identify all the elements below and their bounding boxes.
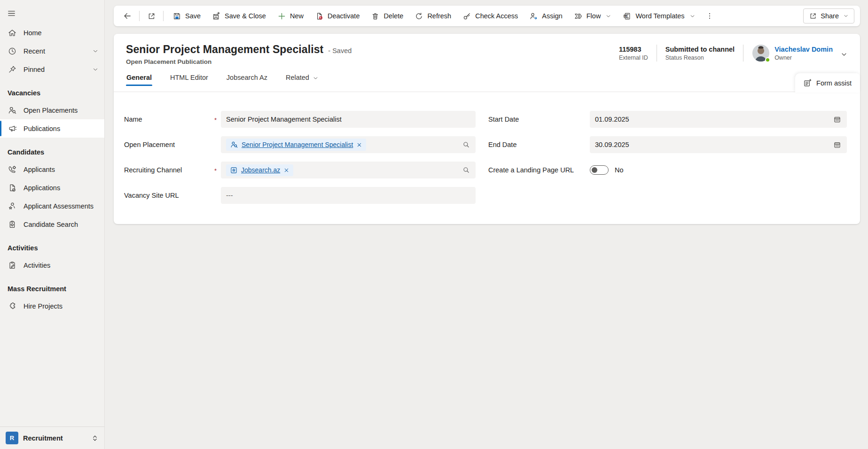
- field-row-name: Name * Senior Project Management Special…: [124, 111, 476, 128]
- sidebar-item-label: Home: [23, 29, 42, 37]
- sidebar-item-pinned[interactable]: Pinned: [0, 60, 104, 78]
- share-icon: [809, 12, 817, 20]
- sidebar-item-label: Pinned: [23, 66, 45, 73]
- nav-toggle-button[interactable]: [7, 7, 20, 20]
- name-value: Senior Project Management Specialist: [226, 116, 342, 123]
- open-placement-link[interactable]: Senior Project Management Specialist: [242, 141, 353, 148]
- chevron-down-icon[interactable]: [92, 66, 99, 73]
- share-button[interactable]: Share: [803, 8, 854, 23]
- toggle-knob: [592, 167, 597, 173]
- field-label: Start Date: [488, 116, 590, 123]
- owner-avatar: [752, 44, 770, 62]
- person-star-icon: [8, 201, 17, 211]
- tab-general[interactable]: General: [126, 71, 152, 92]
- record-form-card: Senior Project Management Specialist - S…: [114, 34, 860, 224]
- tab-related[interactable]: Related: [285, 71, 319, 92]
- back-arrow-icon: [123, 11, 132, 21]
- assign-person-icon: [529, 12, 538, 21]
- new-button[interactable]: New: [272, 8, 309, 24]
- refresh-icon: [414, 12, 423, 21]
- tab-label: General: [126, 74, 152, 81]
- header-expand-chevron-icon[interactable]: [840, 51, 848, 58]
- sidebar-item-label: Recent: [23, 47, 45, 55]
- flow-button[interactable]: Flow: [569, 8, 617, 24]
- field-row-start-date: Start Date 01.09.2025: [488, 111, 847, 128]
- status-reason-label: Status Reason: [665, 54, 735, 61]
- start-date-value: 01.09.2025: [595, 116, 629, 123]
- form-assist-button[interactable]: Form assist: [795, 73, 860, 93]
- remove-value-icon[interactable]: [356, 142, 362, 148]
- assign-button[interactable]: Assign: [524, 8, 568, 24]
- end-date-input[interactable]: 30.09.2025: [590, 136, 847, 153]
- lookup-pill[interactable]: Senior Project Management Specialist: [226, 139, 366, 151]
- calendar-icon[interactable]: [833, 115, 842, 124]
- popout-button[interactable]: [143, 8, 159, 24]
- landing-toggle-cell: No: [590, 162, 847, 178]
- sidebar-item-candidate-search[interactable]: Candidate Search: [0, 215, 104, 233]
- remove-value-icon[interactable]: [283, 167, 289, 173]
- chevron-down-icon[interactable]: [92, 48, 99, 54]
- sidebar-item-label: Applicants: [23, 166, 55, 173]
- more-commands-button[interactable]: [702, 8, 718, 24]
- sidebar-item-recent[interactable]: Recent: [0, 42, 104, 60]
- open-in-new-window-icon: [147, 12, 156, 21]
- search-icon[interactable]: [462, 166, 470, 174]
- name-input[interactable]: Senior Project Management Specialist: [221, 111, 476, 128]
- tab-jobsearch-az[interactable]: Jobsearch Az: [226, 71, 268, 92]
- sidebar-item-hire-projects[interactable]: Hire Projects: [0, 297, 104, 315]
- field-label: Vacancy Site URL: [124, 192, 214, 199]
- start-date-input[interactable]: 01.09.2025: [590, 111, 847, 128]
- sidebar-item-applications[interactable]: Applications: [0, 178, 104, 197]
- sidebar-item-publications[interactable]: Publications: [0, 119, 104, 138]
- sidebar-item-activities[interactable]: Activities: [0, 256, 104, 274]
- key-icon: [462, 12, 471, 21]
- deactivate-button[interactable]: Deactivate: [310, 8, 365, 24]
- button-label: Flow: [586, 12, 601, 20]
- form-assist-label: Form assist: [816, 79, 852, 87]
- back-button[interactable]: [119, 8, 135, 24]
- owner-name-link[interactable]: Viacheslav Domin: [774, 45, 833, 54]
- required-marker: *: [214, 115, 221, 124]
- sidebar-group-candidates: Candidates: [0, 138, 104, 160]
- environment-switcher[interactable]: R Recruitment: [0, 426, 104, 449]
- save-and-close-button[interactable]: Save & Close: [207, 8, 271, 24]
- sidebar-item-applicant-assessments[interactable]: Applicant Assessments: [0, 197, 104, 215]
- document-check-icon: [8, 183, 17, 193]
- sidebar-item-home[interactable]: Home: [0, 23, 104, 42]
- flow-icon: [574, 12, 583, 21]
- status-reason-value: Submitted to channel: [665, 45, 735, 54]
- refresh-button[interactable]: Refresh: [409, 8, 456, 24]
- check-access-button[interactable]: Check Access: [457, 8, 523, 24]
- sidebar-group-vacancies: Vacancies: [0, 78, 104, 101]
- save-close-icon: [212, 12, 221, 21]
- tab-label: Jobsearch Az: [227, 74, 267, 81]
- sidebar-item-open-placements[interactable]: Open Placements: [0, 101, 104, 119]
- recruiting-channel-lookup[interactable]: Jobsearch.az: [221, 162, 476, 178]
- svg-text:W: W: [625, 15, 627, 17]
- button-label: Delete: [383, 12, 403, 20]
- chevron-down-icon[interactable]: [605, 13, 611, 19]
- sidebar-group-mass-recruitment: Mass Recruitment: [0, 274, 104, 297]
- chevron-down-icon[interactable]: [843, 13, 849, 19]
- command-bar: Save Save & Close New Deactivate Delete: [114, 6, 860, 26]
- record-header: Senior Project Management Specialist - S…: [114, 34, 860, 65]
- save-button[interactable]: Save: [167, 8, 206, 24]
- save-icon: [172, 12, 181, 21]
- calendar-icon[interactable]: [833, 140, 842, 149]
- vertical-ellipsis-icon: [705, 12, 714, 20]
- tab-html-editor[interactable]: HTML Editor: [170, 71, 209, 92]
- recruiting-channel-link[interactable]: Jobsearch.az: [241, 166, 280, 174]
- owner-field[interactable]: Viacheslav Domin Owner: [743, 44, 836, 62]
- chevron-down-icon[interactable]: [689, 13, 696, 19]
- delete-button[interactable]: Delete: [366, 8, 408, 24]
- empty-value: ---: [226, 192, 233, 199]
- word-templates-button[interactable]: W Word Templates: [618, 8, 700, 24]
- field-label: Name: [124, 116, 214, 123]
- sidebar-item-applicants[interactable]: Applicants: [0, 160, 104, 178]
- open-placement-lookup[interactable]: Senior Project Management Specialist: [221, 136, 476, 153]
- lookup-pill[interactable]: Jobsearch.az: [226, 164, 293, 176]
- button-label: Check Access: [475, 12, 518, 20]
- landing-page-toggle[interactable]: [590, 165, 609, 175]
- search-icon[interactable]: [462, 140, 470, 149]
- vacancy-site-url-input[interactable]: ---: [221, 187, 476, 204]
